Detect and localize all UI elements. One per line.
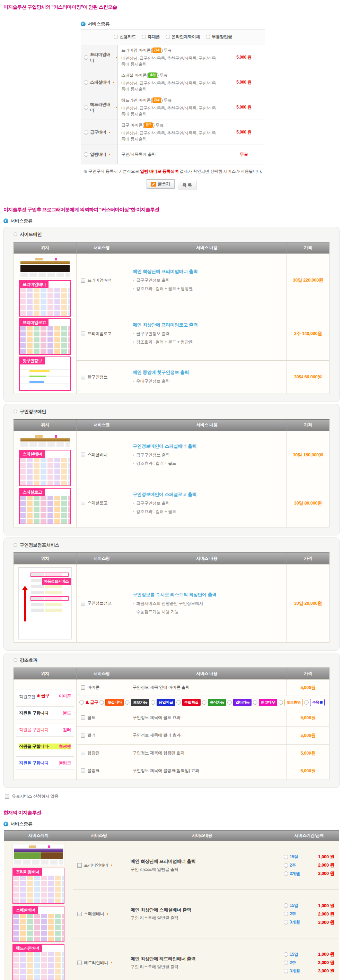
radio-period-3months[interactable] <box>284 872 288 876</box>
radio-period-2weeks[interactable] <box>284 912 288 916</box>
checkbox-highlighter[interactable] <box>81 751 85 755</box>
price: 5,000원 <box>287 679 329 696</box>
radio-headline-banner[interactable] <box>84 105 88 110</box>
badge-icon: 수입확실 <box>182 699 201 706</box>
service-desc: ) 무료 <box>157 73 168 78</box>
mini-site-header <box>13 844 64 866</box>
checkbox-special-logo[interactable] <box>81 501 85 505</box>
price: 30일 220,000원 <box>287 253 329 307</box>
write-button[interactable]: 글쓰기 <box>146 179 175 189</box>
service-desc: ) 무료 <box>162 48 172 53</box>
col-header-location: 위치 <box>14 553 76 565</box>
sample-text: 직원을 구합니다 <box>19 743 49 749</box>
radio-mobile[interactable] <box>142 35 146 39</box>
section-title-label: 구인정보메인 <box>20 409 46 415</box>
radio-credit-card[interactable] <box>114 35 118 39</box>
radio-premium-banner[interactable] <box>84 55 88 60</box>
period-label: 15일 <box>290 951 298 958</box>
radio-badge-3[interactable] <box>176 700 181 705</box>
table-row: 직원모집 급구아이콘 직원을 구합니다볼드 직원을 구합니다컬러 직원을 구합니… <box>14 679 329 696</box>
col-header-location: 위치 <box>14 419 76 431</box>
radio-special-banner[interactable] <box>84 80 88 84</box>
radio-normal-banner[interactable] <box>84 152 88 157</box>
note-text: 결제가 확인되면 선택한 서비스가 적용됩니다. <box>179 169 262 174</box>
section-jobinfo-main: 구인정보메인 위치 서비스명 서비스 내용 가격 스페셜배너 스페셜로고 스페셜… <box>3 404 340 535</box>
siren-icon: 급구 <box>85 700 98 705</box>
checkbox-premium-logo[interactable] <box>81 331 85 336</box>
col-header-service: 서비스명 <box>76 668 127 680</box>
price: 5,000원 <box>287 727 329 744</box>
radio-period-15days[interactable] <box>284 904 288 908</box>
chevron-right-icon <box>111 864 112 866</box>
checkbox-special-banner[interactable] <box>77 912 82 916</box>
service-kind-heading-bottom: 서비스종류 <box>3 821 343 827</box>
location-thumbnail-cell: 프리미엄배너 스페셜배너 헤드라인배너 일반등록 <box>4 841 73 980</box>
no-paid-service-label: 유료서비스 신청하지 않음 <box>12 794 59 799</box>
list-button[interactable]: 목 록 <box>178 181 196 190</box>
checkbox-premium-banner[interactable] <box>81 278 85 283</box>
service-heading: 구인정보메인에 스페셜로고 출력 <box>133 492 281 498</box>
period-price-cell: 15일1,000 원 2주2,000 원 3개월3,000 원 <box>279 841 339 889</box>
sample-text: 직원을 구합니다 <box>19 727 49 733</box>
table-row: 헤드라인배너 헤드라인 아이콘(급매) 무료 메인상단, 급구인/직목록, 추천… <box>81 95 265 120</box>
circle-bullet-icon <box>14 658 17 662</box>
checkbox-hot-jobinfo[interactable] <box>81 375 85 379</box>
radio-badge-4[interactable] <box>202 700 206 705</box>
col-header-content: 서비스 내용 <box>127 668 287 680</box>
current-banner-table: 서비스위치 서비스명 서비스내용 서비스기간/금액 프리미엄배너 스페셜배너 헤… <box>4 830 339 980</box>
radio-period-3months[interactable] <box>284 920 288 924</box>
radio-badge-6[interactable] <box>253 700 257 705</box>
section-title: 구인정보점프서비스 <box>14 542 329 548</box>
emphasis-table: 위치 서비스명 서비스 내용 가격 직원모집 급구아이콘 직원을 구합니다볼드 … <box>14 668 329 780</box>
checkbox-no-paid-service[interactable] <box>5 794 10 799</box>
radio-period-15days[interactable] <box>284 952 288 957</box>
checkbox-jobinfo-jump[interactable] <box>81 601 85 606</box>
thumbnail-label: 스페셜로고 <box>20 488 45 496</box>
location-sample-cell: 직원모집 급구아이콘 직원을 구합니다볼드 직원을 구합니다컬러 직원을 구합니… <box>14 679 76 780</box>
radio-period-2weeks[interactable] <box>284 863 288 868</box>
section-title-label: 사이트메인 <box>20 231 42 237</box>
checkbox-premium-banner[interactable] <box>77 863 82 868</box>
radio-badge-urgent[interactable] <box>79 700 84 705</box>
checkbox-blink[interactable] <box>81 768 85 773</box>
sample-tag: 형광펜 <box>59 743 71 749</box>
checkbox-headline-banner[interactable] <box>77 961 82 965</box>
section-site-main: 사이트메인 위치 서비스명 서비스 내용 가격 프리미엄배너 프리미엄로고 핫구… <box>3 227 340 402</box>
service-name: 프리미엄로고 <box>87 331 111 337</box>
radio-badge-1[interactable] <box>125 700 130 705</box>
radio-badge-5[interactable] <box>227 700 232 705</box>
badge-icon: 당일지급 <box>157 699 175 706</box>
checkbox-icon-service[interactable] <box>81 685 85 690</box>
checkbox-bold[interactable] <box>81 715 85 720</box>
radio-badge-8[interactable] <box>304 700 309 705</box>
chevron-right-icon <box>116 57 117 59</box>
service-detail: 강조효과 : 컬러 + 볼드 + 형광펜 <box>133 286 281 292</box>
radio-badge-2[interactable] <box>151 700 155 705</box>
radio-period-3months[interactable] <box>284 969 288 974</box>
checkbox-color[interactable] <box>81 733 85 738</box>
service-kind-label: 서비스종류 <box>10 218 33 224</box>
radio-badge-7[interactable] <box>279 700 283 705</box>
site-main-thumbnail: 프리미엄배너 프리미엄로고 핫구인정보 <box>19 257 71 391</box>
service-detail: 강조효과 : 컬러 + 볼드 <box>133 461 281 466</box>
checkbox-special-banner[interactable] <box>81 453 85 457</box>
radio-online-transfer[interactable] <box>166 35 170 39</box>
thumbnail-label: 스페셜배너 <box>20 450 45 458</box>
table-row: 프리미엄배너 프리미엄로고 핫구인정보 프리미엄배너 메인 최상단에 프리미엄배… <box>14 253 329 307</box>
location-thumbnail-cell: 프리미엄배너 프리미엄로고 핫구인정보 <box>14 253 76 394</box>
service-kind-label: 서비스종류 <box>88 21 110 27</box>
payment-label: 온라인계좌이체 <box>172 34 200 40</box>
jump-service-thumbnail: 자동점프서비스 <box>18 567 72 640</box>
radio-badge-0[interactable] <box>99 700 104 705</box>
price: 3,000 원 <box>318 919 334 926</box>
radio-urgent-banner[interactable] <box>84 130 88 135</box>
radio-bank-deposit[interactable] <box>206 35 210 39</box>
service-desc: 스페셜 아이콘( <box>121 73 148 78</box>
radio-period-15days[interactable] <box>284 855 288 859</box>
service-name: 급구배너 <box>90 129 106 135</box>
service-name: 스페셜배너 <box>87 452 108 458</box>
current-site-thumbnail: 프리미엄배너 스페셜배너 헤드라인배너 일반등록 <box>13 844 64 980</box>
radio-period-2weeks[interactable] <box>284 961 288 965</box>
badge-icon: 초보환영 <box>284 699 303 706</box>
write-button-label: 글쓰기 <box>158 181 170 187</box>
